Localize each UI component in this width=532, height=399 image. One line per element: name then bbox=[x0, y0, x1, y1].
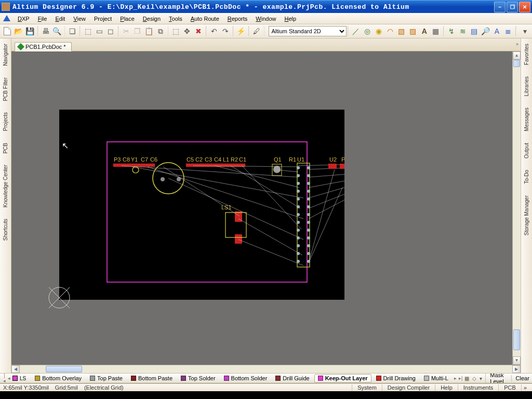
layer-nav-first[interactable]: |◂ bbox=[3, 373, 6, 383]
copy-button[interactable]: ❐ bbox=[132, 25, 143, 37]
duplicate-button[interactable]: ⧉ bbox=[155, 25, 166, 37]
tab-pcb1[interactable]: PCB1.PcbDoc * bbox=[15, 42, 72, 51]
panel-favorites[interactable]: Favorites bbox=[524, 42, 529, 67]
layer-tab-bottom-paste[interactable]: Bottom Paste bbox=[127, 374, 176, 382]
maximize-button[interactable]: ❐ bbox=[507, 2, 518, 12]
zoom-fit-button[interactable]: ▭ bbox=[94, 25, 104, 37]
footer-more[interactable]: » bbox=[521, 384, 529, 391]
layer-tab-top-solder[interactable]: Top Solder bbox=[177, 374, 219, 382]
print-preview-button[interactable]: 🔍 bbox=[52, 25, 62, 37]
footer-pcb[interactable]: PCB bbox=[498, 384, 521, 391]
zoom-area-button[interactable]: ⬚ bbox=[83, 25, 93, 37]
layer-nav-prev[interactable]: ◂ bbox=[8, 376, 10, 381]
scroll-up-button[interactable]: ▲ bbox=[513, 51, 521, 60]
scroll-right-button[interactable]: ▶ bbox=[512, 365, 521, 373]
panel-navigator[interactable]: Navigator bbox=[3, 42, 8, 68]
menu-file[interactable]: File bbox=[34, 15, 51, 23]
place-component-button[interactable]: ▦ bbox=[431, 25, 441, 37]
layer-tab-top-paste[interactable]: Top Paste bbox=[86, 374, 126, 382]
pcb-board-region[interactable]: P3C8Y1C7C6 C5C2C3C4L1R2C1 Q1R1U1 U2P2P1 … bbox=[59, 110, 344, 300]
cross-probe-button[interactable]: ⚡ bbox=[236, 25, 246, 37]
paste-button[interactable]: 📋 bbox=[144, 25, 154, 37]
place-via-button[interactable]: ◉ bbox=[374, 25, 384, 37]
place-pad-button[interactable]: ◎ bbox=[362, 25, 373, 37]
layer-nav-next[interactable]: ▸ bbox=[454, 376, 457, 381]
view-mode-dropdown[interactable]: Altium Standard 2D bbox=[269, 26, 347, 36]
layer-tab-keep-out-layer[interactable]: Keep-Out Layer bbox=[314, 374, 371, 382]
menu-tools[interactable]: Tools bbox=[165, 15, 187, 23]
close-button[interactable]: ✕ bbox=[519, 2, 530, 12]
footer-system[interactable]: System bbox=[352, 384, 382, 391]
footer-instruments[interactable]: Instruments bbox=[458, 384, 498, 391]
ls-indicator[interactable]: LS bbox=[12, 376, 26, 381]
tab-overflow-button[interactable]: » bbox=[516, 42, 518, 47]
move-button[interactable]: ✥ bbox=[182, 25, 192, 37]
layer-snap-icon[interactable]: ◇ bbox=[472, 376, 476, 381]
undo-button[interactable]: ↶ bbox=[209, 25, 219, 37]
menu-edit[interactable]: Edit bbox=[51, 15, 69, 23]
layer-dropdown-icon[interactable]: ▾ bbox=[480, 376, 482, 381]
save-button[interactable]: 💾 bbox=[25, 25, 35, 37]
list-button[interactable]: ≣ bbox=[503, 25, 513, 37]
menu-reports[interactable]: Reports bbox=[223, 15, 252, 23]
panel-libraries[interactable]: Libraries bbox=[524, 74, 529, 98]
hscroll-thumb[interactable] bbox=[46, 366, 82, 373]
menu-project[interactable]: Project bbox=[90, 15, 116, 23]
panel-storage[interactable]: Storage Manager bbox=[524, 193, 529, 237]
panel-output[interactable]: Output bbox=[524, 141, 529, 161]
deselect-button[interactable]: ✖ bbox=[193, 25, 204, 37]
place-arc-button[interactable]: ◠ bbox=[385, 25, 395, 37]
place-fill-button[interactable]: ▧ bbox=[396, 25, 407, 37]
scroll-left-button[interactable]: ◀ bbox=[11, 365, 20, 373]
view-mode-select[interactable]: Altium Standard 2D bbox=[269, 26, 347, 36]
bookmark-button[interactable]: A bbox=[491, 25, 502, 37]
layer-nav-last[interactable]: ▸| bbox=[459, 376, 462, 381]
zoom-selected-button[interactable]: ◻ bbox=[105, 25, 116, 37]
panel-projects[interactable]: Projects bbox=[3, 110, 8, 133]
browse-button[interactable]: 🖊 bbox=[251, 25, 262, 37]
vscroll-thumb[interactable] bbox=[513, 329, 520, 350]
panel-shortcuts[interactable]: Shortcuts bbox=[3, 217, 8, 243]
vertical-scrollbar[interactable]: ▲ ▼ bbox=[512, 51, 521, 365]
interactive-route-button[interactable]: ↯ bbox=[446, 25, 457, 37]
print-button[interactable]: 🖶 bbox=[41, 25, 51, 37]
open-button[interactable]: 📂 bbox=[14, 25, 24, 37]
panel-messages[interactable]: Messages bbox=[524, 105, 529, 134]
panel-pcb-filter[interactable]: PCB Filter bbox=[3, 75, 8, 103]
menu-view[interactable]: View bbox=[69, 15, 90, 23]
scroll-down-button[interactable]: ▼ bbox=[513, 356, 521, 365]
menu-help[interactable]: Help bbox=[280, 15, 300, 23]
find-similar-button[interactable]: 🔎 bbox=[480, 25, 490, 37]
place-polygon-button[interactable]: ▨ bbox=[408, 25, 418, 37]
footer-help[interactable]: Help bbox=[435, 384, 458, 391]
place-string-button[interactable]: A bbox=[419, 25, 430, 37]
mask-level-button[interactable]: Mask Level bbox=[485, 373, 508, 383]
layer-tab-drill-drawing[interactable]: Drill Drawing bbox=[373, 374, 419, 382]
layer-tab-bottom-overlay[interactable]: Bottom Overlay bbox=[31, 374, 85, 382]
dxp-logo-icon[interactable] bbox=[3, 15, 10, 22]
dropdown-button[interactable]: ▾ bbox=[520, 25, 530, 37]
minimize-button[interactable]: – bbox=[494, 2, 506, 12]
footer-design-compiler[interactable]: Design Compiler bbox=[382, 384, 435, 391]
layer-tab-bottom-solder[interactable]: Bottom Solder bbox=[220, 374, 271, 382]
menu-auto-route[interactable]: Auto Route bbox=[187, 15, 223, 23]
diff-pair-route-button[interactable]: ≋ bbox=[458, 25, 468, 37]
pcb-canvas[interactable]: P3C8Y1C7C6 C5C2C3C4L1R2C1 Q1R1U1 U2P2P1 … bbox=[11, 51, 512, 365]
layers-button[interactable]: ❏ bbox=[67, 25, 77, 37]
redo-button[interactable]: ↷ bbox=[220, 25, 231, 37]
clear-button[interactable]: Clear bbox=[511, 375, 532, 381]
vscroll-track[interactable] bbox=[513, 60, 521, 356]
new-doc-button[interactable] bbox=[2, 25, 12, 37]
vscroll-top-thumb[interactable] bbox=[513, 60, 520, 67]
cut-button[interactable]: ✂ bbox=[121, 25, 131, 37]
align-button[interactable]: ▤ bbox=[469, 25, 480, 37]
place-line-button[interactable]: ／ bbox=[351, 25, 361, 37]
panel-knowledge[interactable]: Knowledge Center bbox=[3, 163, 8, 209]
panel-pcb[interactable]: PCB bbox=[3, 141, 8, 156]
layer-config-icon[interactable]: ▦ bbox=[464, 376, 469, 381]
layer-tab-drill-guide[interactable]: Drill Guide bbox=[272, 374, 313, 382]
panel-todo[interactable]: To-Do bbox=[524, 168, 529, 186]
layer-tab-multi-l[interactable]: Multi-L bbox=[420, 374, 452, 382]
menu-place[interactable]: Place bbox=[116, 15, 139, 23]
menu-window[interactable]: Window bbox=[251, 15, 280, 23]
